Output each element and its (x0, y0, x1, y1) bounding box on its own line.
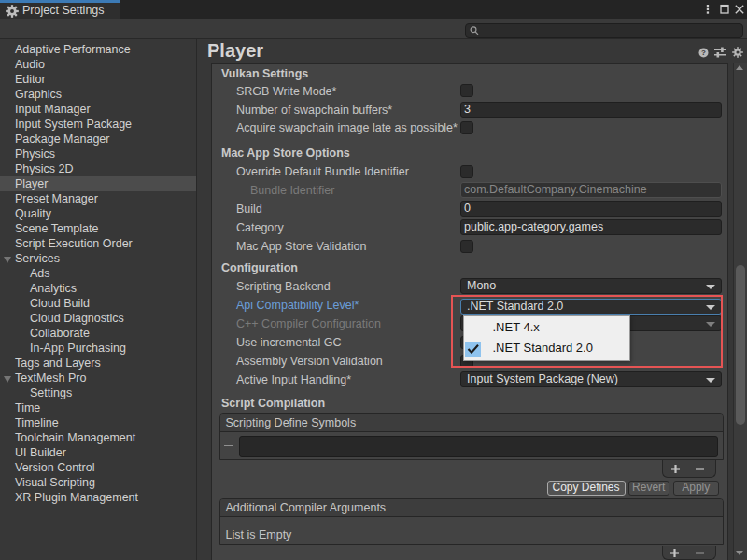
svg-text:?: ? (701, 49, 706, 57)
